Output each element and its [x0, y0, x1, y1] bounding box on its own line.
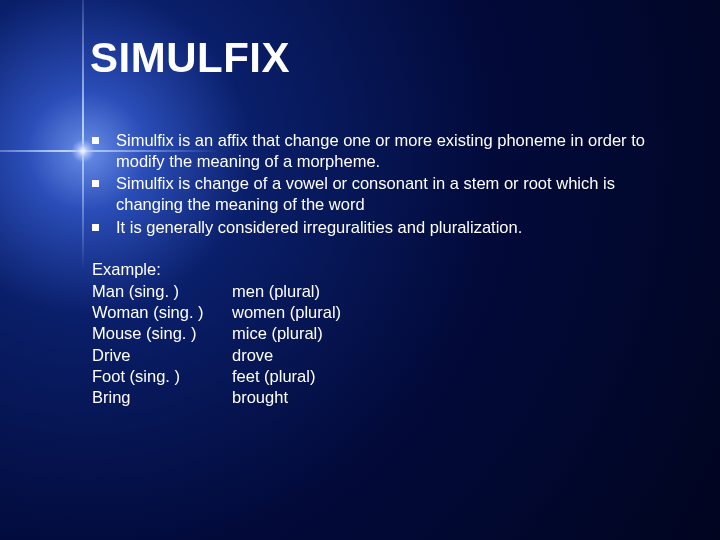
examples-block: Example: Man (sing. ) men (plural) Woman…	[90, 259, 660, 408]
example-row: Mouse (sing. ) mice (plural)	[92, 323, 660, 344]
slide-title: SIMULFIX	[90, 34, 660, 82]
example-row: Drive drove	[92, 345, 660, 366]
example-plural: mice (plural)	[232, 323, 323, 344]
example-singular: Bring	[92, 387, 232, 408]
slide: SIMULFIX Simulfix is an affix that chang…	[0, 0, 720, 540]
example-plural: drove	[232, 345, 273, 366]
bullet-list: Simulfix is an affix that change one or …	[90, 130, 660, 237]
example-plural: men (plural)	[232, 281, 320, 302]
example-singular: Drive	[92, 345, 232, 366]
example-row: Bring brought	[92, 387, 660, 408]
example-singular: Foot (sing. )	[92, 366, 232, 387]
example-plural: women (plural)	[232, 302, 341, 323]
example-row: Woman (sing. ) women (plural)	[92, 302, 660, 323]
bullet-item: It is generally considered irreguralitie…	[90, 217, 660, 238]
example-row: Man (sing. ) men (plural)	[92, 281, 660, 302]
bullet-item: Simulfix is an affix that change one or …	[90, 130, 660, 171]
example-singular: Woman (sing. )	[92, 302, 232, 323]
example-plural: feet (plural)	[232, 366, 315, 387]
bullet-item: Simulfix is change of a vowel or consona…	[90, 173, 660, 214]
example-singular: Mouse (sing. )	[92, 323, 232, 344]
example-row: Foot (sing. ) feet (plural)	[92, 366, 660, 387]
examples-label: Example:	[92, 259, 660, 280]
example-plural: brought	[232, 387, 288, 408]
example-singular: Man (sing. )	[92, 281, 232, 302]
